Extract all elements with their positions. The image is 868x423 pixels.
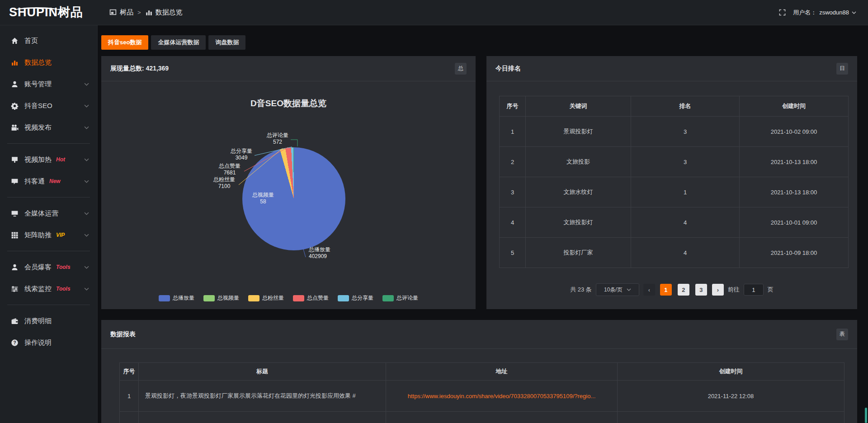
sidebar-item-label: 视频发布	[24, 123, 52, 132]
rank-panel-title: 今日排名	[495, 65, 521, 73]
col-created: 创建时间	[740, 96, 849, 117]
sidebar-item-doukertong[interactable]: 抖客通 New	[0, 170, 97, 192]
goto-label: 前往	[728, 286, 740, 294]
next-page-button[interactable]: ›	[712, 284, 724, 296]
day-toggle-button[interactable]: 日	[836, 63, 848, 75]
pie-label-value: 7100	[206, 183, 242, 190]
legend-item[interactable]: 总粉丝量	[248, 294, 284, 302]
total-toggle-button[interactable]: 总	[455, 63, 467, 75]
legend-swatch	[382, 295, 394, 301]
cell-title: 景观投影灯，夜游景观投影灯厂家展示展示落花灯在花园里的灯光投影应用效果 #	[139, 381, 386, 412]
pie-label-value: 58	[245, 198, 281, 205]
rank-table: 序号 关键词 排名 创建时间 1 景观投影灯 3 2021-10-02 09:0…	[499, 96, 849, 268]
sidebar-item-account[interactable]: 账号管理	[0, 73, 97, 95]
sidebar: 首页 数据总览 账号管理 抖音SEO 视频发布 视频加热 Hot 抖客通 New…	[0, 25, 98, 423]
cell-created: 2021-11-22 12:08	[618, 381, 844, 412]
sidebar-item-video-heat[interactable]: 视频加热 Hot	[0, 149, 97, 170]
chat-bubble-icon	[11, 178, 19, 185]
page-button-1[interactable]: 1	[660, 284, 672, 296]
legend-item[interactable]: 总分享量	[338, 294, 373, 302]
pie-label-name: 总点赞量	[212, 163, 248, 169]
legend-label: 总分享量	[352, 294, 373, 302]
prev-page-button[interactable]: ‹	[643, 284, 655, 296]
cell-keyword: 投影灯厂家	[526, 238, 631, 268]
pie-label-name: 总分享量	[223, 148, 259, 155]
vip-badge: VIP	[56, 232, 65, 238]
table-row: 3 文旅水纹灯 1 2021-10-13 18:00	[500, 177, 849, 207]
cell-created: 2021-10-09 18:00	[740, 238, 849, 268]
legend-swatch	[159, 295, 170, 301]
legend-item[interactable]: 总视频量	[203, 294, 239, 302]
cell-rank: 4	[631, 207, 740, 238]
tab-omni-media-data[interactable]: 全媒体运营数据	[151, 35, 206, 50]
legend-swatch	[338, 295, 349, 301]
page-button-2[interactable]: 2	[678, 284, 689, 296]
user-menu[interactable]: 用户名：zswodun88	[793, 9, 856, 17]
pie-label-value: 3049	[223, 155, 259, 161]
sidebar-item-douyin-seo[interactable]: 抖音SEO	[0, 95, 97, 117]
cell-index: 1	[500, 117, 526, 147]
breadcrumb-item-home[interactable]: 树品	[109, 8, 133, 17]
fullscreen-icon[interactable]	[779, 9, 786, 16]
cell-video-link[interactable]: https://www.iesdouyin.com/share/video/70…	[386, 381, 618, 412]
legend-label: 总播放量	[173, 294, 194, 302]
pie-label-name: 总播放量	[309, 246, 349, 253]
sidebar-item-spend-detail[interactable]: 消费明细	[0, 310, 97, 332]
pie-label-value: 572	[259, 139, 296, 146]
sidebar-item-help[interactable]: ? 操作说明	[0, 332, 97, 353]
page-size-value: 10条/页	[604, 286, 623, 294]
sidebar-item-data-overview[interactable]: 数据总览	[0, 52, 97, 73]
goto-page-input[interactable]	[744, 284, 764, 296]
chevron-down-icon	[84, 287, 89, 291]
sidebar-item-omni-media[interactable]: 全媒体运营	[0, 202, 97, 224]
table-toggle-button[interactable]: 表	[836, 329, 848, 340]
cell-rank: 3	[631, 147, 740, 177]
legend-label: 总点赞量	[307, 294, 329, 302]
sliders-icon	[11, 285, 19, 293]
cell-created: 2021-10-01 09:00	[740, 207, 849, 238]
grid-icon	[11, 231, 19, 239]
scrollbar-thumb[interactable]	[865, 408, 867, 423]
legend-swatch	[293, 295, 304, 301]
report-panel: 数据报表 表 序号 标题 地址 创建时间 1 景观投影灯，夜游景观投影灯厂家展示…	[101, 320, 857, 423]
cell-index	[120, 412, 139, 423]
breadcrumb: 树品 > 数据总览	[109, 8, 183, 17]
breadcrumb-item-current[interactable]: 数据总览	[145, 8, 183, 17]
page-size-select[interactable]: 10条/页	[596, 283, 639, 296]
cell-created: 2021-10-02 09:00	[740, 117, 849, 147]
sidebar-item-label: 首页	[24, 37, 38, 45]
report-table: 序号 标题 地址 创建时间 1 景观投影灯，夜游景观投影灯厂家展示展示落花灯在花…	[119, 362, 844, 423]
pie-label-name: 总粉丝量	[206, 176, 242, 183]
gear-icon	[11, 102, 19, 110]
sidebar-item-label: 视频加热	[24, 155, 52, 164]
sidebar-item-member-burst[interactable]: 会员爆客 Tools	[0, 256, 97, 278]
table-header-row: 序号 标题 地址 创建时间	[120, 363, 844, 381]
table-header-row: 序号 关键词 排名 创建时间	[500, 96, 849, 117]
sidebar-divider	[7, 143, 90, 144]
sidebar-item-label: 矩阵助推	[24, 231, 52, 240]
cell-rank: 4	[631, 238, 740, 268]
rank-panel-header: 今日排名 日	[486, 56, 857, 81]
sidebar-item-lead-monitor[interactable]: 线索监控 Tools	[0, 278, 97, 300]
sidebar-item-matrix-boost[interactable]: 矩阵助推 VIP	[0, 224, 97, 246]
tab-douyin-seo-data[interactable]: 抖音seo数据	[101, 35, 148, 50]
cell-rank: 1	[631, 177, 740, 207]
chevron-down-icon	[84, 126, 89, 129]
legend-item[interactable]: 总评论量	[382, 294, 418, 302]
legend-item[interactable]: 总播放量	[159, 294, 194, 302]
app-square-icon	[109, 9, 117, 16]
chevron-down-icon	[84, 266, 89, 269]
pie-label-plays: 总播放量 402909	[309, 246, 349, 260]
cell-rank: 3	[631, 117, 740, 147]
chevron-down-icon	[84, 158, 89, 161]
legend-swatch	[248, 295, 259, 301]
page-button-3[interactable]: 3	[695, 284, 707, 296]
sidebar-item-home[interactable]: 首页	[0, 30, 97, 52]
legend-item[interactable]: 总点赞量	[293, 294, 329, 302]
table-row: 5 投影灯厂家 4 2021-10-09 18:00	[500, 238, 849, 268]
report-panel-title: 数据报表	[110, 330, 136, 338]
cell-index: 1	[120, 381, 139, 412]
tab-inquiry-data[interactable]: 询盘数据	[208, 35, 245, 50]
sidebar-item-video-publish[interactable]: 视频发布	[0, 117, 97, 138]
wallet-icon	[11, 317, 19, 325]
